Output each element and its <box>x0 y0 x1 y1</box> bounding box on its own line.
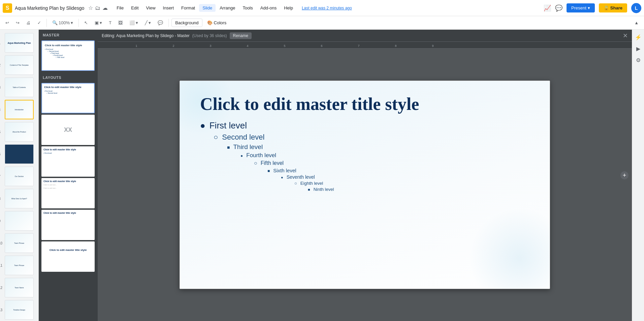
bullet-level-3[interactable]: Third level <box>200 143 529 151</box>
bullet-level-5[interactable]: Fifth level <box>200 160 529 166</box>
zoom-button[interactable]: 🔍 100% ▾ <box>50 19 76 27</box>
layout-thumb-4[interactable]: Click to edit master title style Click t… <box>41 178 95 208</box>
main-area: 1 Aqua Marketing Plan 2 Content of This … <box>0 30 644 321</box>
last-edit-link[interactable]: Last edit was 2 minutes ago <box>302 6 352 10</box>
slide-thumb-7[interactable]: Our Section <box>5 167 34 186</box>
line-button[interactable]: ╱ ▾ <box>142 19 154 27</box>
slide-thumb-3[interactable]: Table of Contents <box>5 78 34 97</box>
menu-file[interactable]: File <box>113 4 127 12</box>
colors-label: Colors <box>214 20 227 25</box>
ruler-mark-8: 8 <box>377 44 414 48</box>
collapse-toolbar[interactable]: ▲ <box>632 19 641 27</box>
slide-row: 10 Team Phrase <box>5 233 34 253</box>
slide-thumb-5[interactable]: About the Product <box>5 122 34 142</box>
present-chevron: ▾ <box>588 5 590 10</box>
slide-canvas[interactable]: Click to edit master title style First l… <box>180 81 550 289</box>
layout-chevron: ▾ <box>100 20 102 25</box>
slide-row: 6 <box>5 144 34 164</box>
layout-thumb-6[interactable]: Click to edit master title style <box>41 241 95 272</box>
layout-thumb-2[interactable]: XX <box>41 115 95 145</box>
slide-thumb-8[interactable]: What Sets Us Apart? <box>5 189 34 208</box>
print-button[interactable]: 🖨 <box>24 19 33 27</box>
layout-button[interactable]: ▣ ▾ <box>92 19 105 27</box>
slide-thumb-1[interactable]: Aqua Marketing Plan <box>5 33 34 53</box>
slide-num-11: 11 <box>0 264 2 267</box>
menu-addons[interactable]: Add-ons <box>257 4 280 12</box>
shapes-button[interactable]: ⬜ ▾ <box>127 19 141 27</box>
slide-thumb-content-8: What Sets Us Apart? <box>5 189 33 208</box>
layout-thumb-5[interactable]: Click to edit master title style <box>41 210 95 240</box>
bullet-level-2[interactable]: Second level <box>200 133 529 142</box>
cursor-icon: ↖ <box>84 20 88 25</box>
slideshow-icon[interactable]: ▶ <box>634 44 643 53</box>
rename-button[interactable]: Rename <box>230 32 252 39</box>
menu-format[interactable]: Format <box>178 4 198 12</box>
share-label: Share <box>610 5 622 10</box>
menu-arrange[interactable]: Arrange <box>216 4 238 12</box>
comment-add-icon: 💬 <box>158 20 163 25</box>
bullet-level-6[interactable]: Sixth level <box>200 168 529 173</box>
undo-button[interactable]: ↩ <box>3 19 12 27</box>
cloud-icon[interactable]: ☁ <box>102 5 108 11</box>
bullet-level-1[interactable]: First level <box>200 120 529 131</box>
slide-num-5: 5 <box>0 130 1 134</box>
slide-num-6: 6 <box>0 152 1 156</box>
bullet-level-9[interactable]: Ninth level <box>200 187 529 192</box>
slide-thumb-12[interactable]: Team Name <box>5 278 34 297</box>
menu-tools[interactable]: Tools <box>239 4 256 12</box>
editing-used: (Used by 36 slides) <box>192 33 227 38</box>
redo-button[interactable]: ↪ <box>13 19 22 27</box>
slide-title[interactable]: Click to edit master title style <box>200 94 529 114</box>
present-button[interactable]: Present ▾ <box>567 3 595 12</box>
master-thumb[interactable]: Click to edit master title style • First… <box>41 40 95 71</box>
master-thumb-content: Click to edit master title style • First… <box>42 41 94 70</box>
menu-edit[interactable]: Edit <box>128 4 142 12</box>
slide-num-9: 9 <box>0 219 1 223</box>
slide-thumb-10[interactable]: Team Phrase <box>5 233 34 253</box>
master-thumb-wrap: Click to edit master title style • First… <box>39 39 98 72</box>
slide-row: 11 Team Phrase <box>5 256 34 275</box>
layout-thumb-content-5: Click to edit master title style <box>41 210 95 240</box>
slide-thumb-content-11: Team Phrase <box>5 256 33 275</box>
slide-num-7: 7 <box>0 175 1 178</box>
settings-icon[interactable]: ⚙ <box>634 55 643 65</box>
slide-thumb-6[interactable] <box>5 144 34 164</box>
slide-thumb-content-1: Aqua Marketing Plan <box>5 33 33 52</box>
ruler-marks: 1 2 3 4 5 6 7 8 9 <box>98 44 632 48</box>
bullet-list: First level Second level Third level Fou… <box>200 120 529 192</box>
slide-thumb-9[interactable] <box>5 211 34 231</box>
layout-thumb-1[interactable]: Click to edit master title style • First… <box>41 83 95 113</box>
explore-icon[interactable]: ⚡ <box>634 32 643 42</box>
insert-textbox[interactable]: T <box>106 19 114 27</box>
activity-icon[interactable]: 📈 <box>544 4 551 12</box>
background-button[interactable]: Background <box>171 19 202 27</box>
folder-icon[interactable]: 🗂 <box>95 5 100 11</box>
comment-icon[interactable]: 💬 <box>555 4 562 12</box>
comment-button[interactable]: 💬 <box>155 19 166 27</box>
layout-icon: ▣ <box>95 20 99 25</box>
layout-thumb-3[interactable]: Click to edit master title style • First… <box>41 146 95 177</box>
bullet-level-4[interactable]: Fourth level <box>200 152 529 159</box>
shapes-chevron: ▾ <box>136 20 138 25</box>
master-panel: MASTER Click to edit master title style … <box>39 30 98 321</box>
share-button[interactable]: 🔒 Share <box>599 3 627 12</box>
slide-thumb-11[interactable]: Team Phrase <box>5 256 34 275</box>
slide-thumb-13[interactable]: Timeline Design <box>5 300 34 320</box>
menu-view[interactable]: View <box>143 4 159 12</box>
spellcheck-button[interactable]: ✓ <box>35 19 44 27</box>
star-icon[interactable]: ☆ <box>88 5 93 11</box>
bullet-level-7[interactable]: Seventh level <box>200 174 529 180</box>
menu-insert[interactable]: Insert <box>160 4 178 12</box>
insert-image[interactable]: 🖼 <box>116 19 125 27</box>
add-slide-button[interactable]: + <box>620 171 629 179</box>
slide-thumb-2[interactable]: Content of This Template <box>5 55 34 75</box>
menu-help[interactable]: Help <box>281 4 296 12</box>
colors-button[interactable]: 🎨 Colors <box>204 19 230 27</box>
cursor-tool[interactable]: ↖ <box>82 19 91 27</box>
close-master-button[interactable]: ✕ <box>623 32 628 39</box>
bullet-level-8[interactable]: Eighth level <box>200 181 529 186</box>
menu-slide[interactable]: Slide <box>199 4 216 12</box>
slide-thumb-4[interactable]: Introduction <box>5 100 34 119</box>
slide-num-10: 10 <box>0 241 2 245</box>
avatar[interactable]: L <box>631 3 641 13</box>
